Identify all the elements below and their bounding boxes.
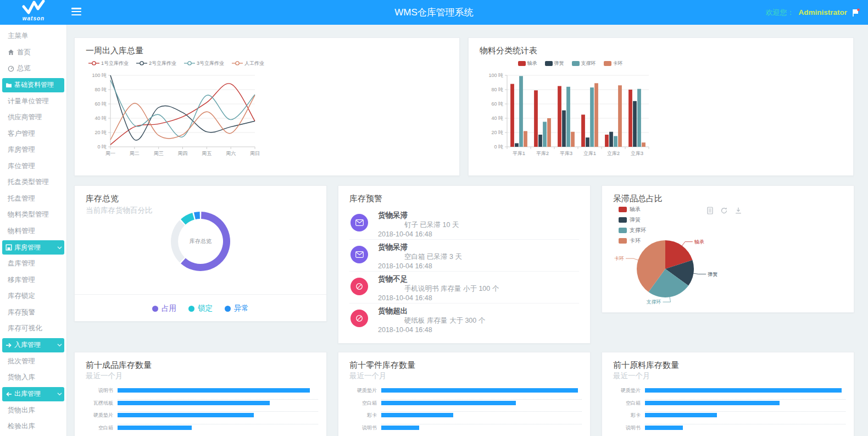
svg-text:80 吨: 80 吨 (491, 87, 503, 92)
svg-text:40 吨: 40 吨 (94, 115, 107, 121)
hbar-bar[interactable] (381, 388, 578, 393)
sidebar-item-计量单位管理[interactable]: 计量单位管理 (0, 93, 66, 110)
welcome-label: 欢迎您： (765, 8, 794, 18)
sidebar-item-货物入库[interactable]: 货物入库 (0, 369, 66, 386)
sidebar-item-库存锁定[interactable]: 库存锁定 (0, 288, 66, 305)
legend-item-1号立库作业[interactable]: 1号立库作业 (88, 60, 129, 67)
pie-legend-轴承[interactable]: 轴承 (619, 206, 646, 213)
hbar-bar[interactable] (118, 426, 192, 430)
sidebar-group-入库管理[interactable]: 入库管理 (2, 338, 64, 352)
sidebar-item-首页[interactable]: 首页 (0, 45, 66, 61)
hbar-track (645, 387, 845, 400)
alert-item[interactable]: 货物呆滞钉子 已呆滞 10 天2018-10-04 16:48 (349, 208, 579, 240)
sidebar-menu: 主菜单首页总览基础资料管理计量单位管理供应商管理客户管理库房管理库位管理托盘类型… (0, 25, 67, 436)
hbar-bar[interactable] (118, 401, 270, 405)
legend-item-3号立库作业[interactable]: 3号立库作业 (184, 60, 224, 67)
hbar-track (645, 424, 845, 436)
bar-chart-svg: 0 吨20 吨40 吨60 吨80 吨100 吨平库1平库2平库3立库1立库2立… (480, 68, 661, 161)
hbar-label: 空白箱 (83, 424, 118, 432)
document-icon[interactable] (706, 207, 714, 214)
sidebar-item-托盘类型管理[interactable]: 托盘类型管理 (0, 174, 66, 191)
sidebar-item-总览[interactable]: 总览 (0, 60, 66, 77)
sidebar-group-label: 基础资料管理 (14, 80, 54, 90)
hbar-bar[interactable] (645, 413, 717, 417)
panel-title: 前十成品库存数量 (86, 360, 152, 371)
pie-chart-svg: 轴承弹簧支撑环卡环 (608, 229, 849, 311)
sidebar-group-出库管理[interactable]: 出库管理 (2, 387, 64, 401)
chevron-down-icon (57, 343, 62, 347)
hbar-row: 说明书 (610, 424, 845, 436)
legend-item-弹簧[interactable]: 弹簧 (545, 60, 564, 67)
sidebar-item-盘库管理[interactable]: 盘库管理 (0, 256, 66, 272)
flag-icon[interactable] (852, 8, 860, 17)
sidebar-item-label: 库存锁定 (8, 291, 35, 301)
sidebar-item-托盘管理[interactable]: 托盘管理 (0, 191, 66, 207)
warehouse-icon (5, 244, 13, 251)
hbar-bar[interactable] (645, 388, 842, 393)
hbar-bar[interactable] (381, 401, 516, 405)
hbar-bar[interactable] (118, 413, 254, 417)
hbar-row: 硬质垫片 (83, 411, 318, 424)
svg-text:平库2: 平库2 (536, 151, 549, 156)
sidebar-item-label: 托盘类型管理 (8, 178, 49, 187)
legend-item-支撑环[interactable]: 支撑环 (572, 60, 596, 67)
alert-item[interactable]: 货物呆滞空白箱 已呆滞 3 天2018-10-04 16:48 (349, 240, 579, 272)
sidebar-item-库房管理[interactable]: 库房管理 (0, 142, 66, 158)
divider (75, 294, 326, 295)
hbar-bar[interactable] (118, 388, 310, 393)
alert-time: 2018-10-04 16:48 (378, 262, 579, 271)
alert-desc: 硬纸板 库存量 大于 300 个 (404, 316, 579, 325)
svg-text:弹簧: 弹簧 (708, 272, 717, 277)
sidebar-item-供应商管理[interactable]: 供应商管理 (0, 109, 66, 126)
hbar-label: 空白箱 (610, 399, 645, 407)
hbar-label: 瓦楞纸板 (83, 399, 118, 407)
sidebar-item-货物出库[interactable]: 货物出库 (0, 402, 66, 419)
donut-legend-锁定[interactable]: 锁定 (188, 303, 213, 313)
sidebar-item-批次管理[interactable]: 批次管理 (0, 354, 66, 370)
sidebar-item-物料类型管理[interactable]: 物料类型管理 (0, 207, 66, 223)
hbar-bar[interactable] (645, 426, 683, 430)
sidebar-item-检验出库[interactable]: 检验出库 (0, 418, 66, 435)
alert-title: 货物超出 (378, 303, 579, 316)
hbar-track (118, 387, 318, 400)
hbar-bar[interactable] (381, 413, 453, 417)
sidebar-group-基础资料管理[interactable]: 基础资料管理 (2, 78, 64, 92)
refresh-icon[interactable] (720, 207, 728, 214)
panel-top10-parts: 前十零件库存数量 最近一个月 硬质垫片空白箱彩卡说明书 (338, 352, 591, 436)
material-bar-chart: 轴承弹簧支撑环卡环 0 吨20 吨40 吨60 吨80 吨100 吨平库1平库2… (480, 59, 661, 163)
alert-item[interactable]: 货物超出硬纸板 库存量 大于 300 个2018-10-04 16:48 (349, 303, 579, 335)
sidebar-item-物料管理[interactable]: 物料管理 (0, 223, 66, 240)
hbar-track (381, 399, 582, 412)
legend-item-人工作业[interactable]: 人工作业 (232, 60, 264, 67)
sidebar-item-库存可视化[interactable]: 库存可视化 (0, 321, 66, 337)
hbar-label: 硬质垫片 (610, 387, 645, 394)
hbar-bar[interactable] (645, 401, 780, 405)
legend-item-卡环[interactable]: 卡环 (604, 60, 623, 67)
legend-item-2号立库作业[interactable]: 2号立库作业 (136, 60, 176, 67)
sidebar-item-客户管理[interactable]: 客户管理 (0, 126, 66, 142)
weekly-line-chart: 1号立库作业2号立库作业3号立库作业人工作业 0 吨20 吨40 吨60 吨80… (86, 59, 267, 163)
sidebar-item-label: 总览 (17, 64, 31, 73)
hbar-bar[interactable] (381, 426, 419, 430)
panel-top10-finished: 前十成品库存数量 最近一个月 说明书瓦楞纸板硬质垫片空白箱 (74, 352, 327, 436)
sidebar-item-label: 计量单位管理 (8, 97, 49, 106)
donut-legend-占用[interactable]: 占用 (152, 303, 176, 313)
app-title: WMS仓库管理系统 (0, 0, 868, 25)
sidebar-item-库位管理[interactable]: 库位管理 (0, 158, 66, 175)
username[interactable]: Administrator (798, 8, 847, 16)
hbar-row: 空白箱 (83, 424, 318, 436)
sidebar-item-label: 货物入库 (8, 373, 35, 382)
svg-text:支撑环: 支撑环 (647, 299, 661, 305)
hbar-row: 空白箱 (347, 399, 582, 412)
svg-text:周一: 周一 (105, 151, 115, 156)
sidebar-item-移库管理[interactable]: 移库管理 (0, 272, 66, 289)
alert-item[interactable]: 货物不足手机说明书 库存量 小于 100 个2018-10-04 16:48 (349, 272, 579, 303)
sidebar-item-库存预警[interactable]: 库存预警 (0, 305, 66, 321)
pie-legend-弹簧[interactable]: 弹簧 (619, 216, 646, 224)
download-icon[interactable] (735, 207, 742, 214)
donut-legend-异常[interactable]: 异常 (225, 303, 249, 313)
hbar-track (118, 399, 318, 412)
sidebar-group-库房管理[interactable]: 库房管理 (2, 240, 64, 255)
legend-item-轴承[interactable]: 轴承 (518, 60, 537, 67)
hbar-row: 彩卡 (347, 411, 582, 424)
